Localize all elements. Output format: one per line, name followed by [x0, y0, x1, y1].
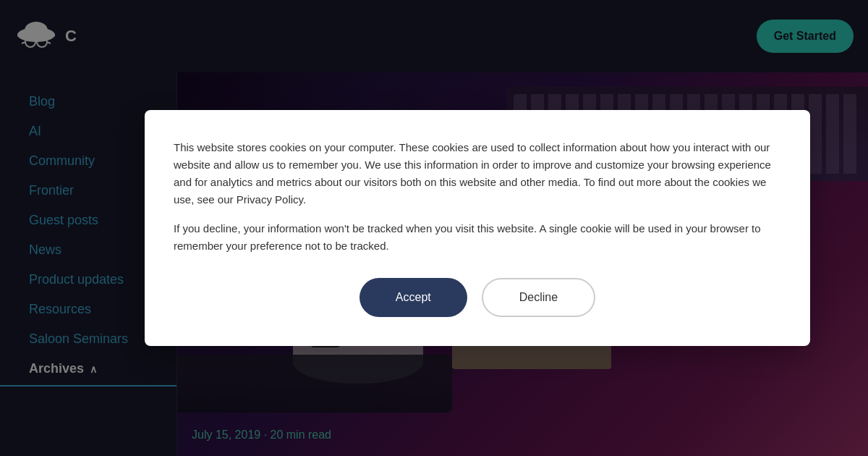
accept-button[interactable]: Accept [359, 278, 467, 317]
cookie-buttons: Accept Decline [174, 278, 781, 317]
cookie-modal-overlay: This website stores cookies on your comp… [0, 0, 868, 456]
decline-button[interactable]: Decline [482, 278, 595, 317]
cookie-modal: This website stores cookies on your comp… [145, 110, 810, 346]
cookie-text-2: If you decline, your information won't b… [174, 220, 781, 255]
cookie-text-1: This website stores cookies on your comp… [174, 139, 781, 208]
